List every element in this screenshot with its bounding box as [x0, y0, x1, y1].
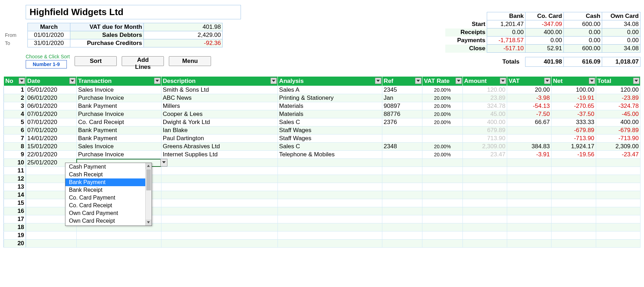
dropdown-option[interactable]: Cash Payment	[65, 163, 152, 171]
col-no[interactable]: No	[4, 77, 26, 86]
filter-dropdown-icon[interactable]	[415, 78, 421, 84]
cell-net[interactable]	[551, 167, 596, 175]
cell-tot[interactable]	[596, 215, 640, 223]
filter-dropdown-icon[interactable]	[500, 78, 506, 84]
cell-net[interactable]	[551, 207, 596, 215]
cell-amt[interactable]: 400.00	[463, 118, 507, 126]
cell-desc[interactable]	[161, 223, 278, 231]
scroll-thumb[interactable]	[146, 169, 151, 190]
filter-dropdown-icon[interactable]	[19, 78, 25, 84]
cell-vr[interactable]	[422, 167, 463, 175]
cell-trn[interactable]: Bank Payment	[76, 126, 161, 135]
cell-date[interactable]: 14/01/2020	[26, 135, 76, 143]
sort-select[interactable]: Number 1-9	[26, 60, 67, 69]
cell-vat[interactable]: -3.91	[507, 151, 551, 159]
cell-ref[interactable]	[382, 199, 422, 207]
cell-ana[interactable]	[278, 207, 382, 215]
cell-ana[interactable]	[278, 223, 382, 231]
cell-net[interactable]	[551, 215, 596, 223]
cell-vat[interactable]	[507, 135, 551, 143]
cell-amt[interactable]: 324.78	[463, 102, 507, 110]
dropdown-option[interactable]: Co. Card Receipt	[65, 202, 152, 209]
cell-amt[interactable]	[463, 183, 507, 191]
cell-trn[interactable]: Co. Card Receipt	[76, 118, 161, 126]
cell-ref[interactable]: 2345	[382, 86, 422, 94]
cell-vr[interactable]	[422, 231, 463, 240]
cell-net[interactable]	[551, 191, 596, 199]
cell-ana[interactable]	[278, 167, 382, 175]
cell-date[interactable]: 07/01/2020	[26, 110, 76, 118]
cell-desc[interactable]	[161, 199, 278, 207]
cell-vr[interactable]: 20.00%	[422, 94, 463, 102]
cell-desc[interactable]	[161, 240, 278, 248]
cell-vr[interactable]	[422, 240, 463, 248]
cell-ref[interactable]	[382, 215, 422, 223]
cell-net[interactable]	[551, 199, 596, 207]
dropdown-option[interactable]: Co. Card Payment	[65, 194, 152, 202]
cell-ref[interactable]	[382, 126, 422, 135]
cell-desc[interactable]: Cooper & Lees	[161, 110, 278, 118]
col-date[interactable]: Date	[26, 77, 76, 86]
cell-vat[interactable]: 384.83	[507, 143, 551, 151]
cell-vr[interactable]	[422, 191, 463, 199]
cell-vat[interactable]: 20.00	[507, 86, 551, 94]
sort-button[interactable]: Sort	[75, 56, 117, 66]
cell-ana[interactable]	[278, 240, 382, 248]
cell-amt[interactable]	[463, 240, 507, 248]
cell-vat[interactable]: 66.67	[507, 118, 551, 126]
cell-net[interactable]	[551, 223, 596, 231]
scroll-down-icon[interactable]	[146, 220, 152, 226]
cell-net[interactable]	[551, 183, 596, 191]
cell-tot[interactable]: -23.89	[596, 94, 640, 102]
cell-date[interactable]: 07/01/2020	[26, 118, 76, 126]
cell-amt[interactable]	[463, 199, 507, 207]
cell-trn[interactable]: Purchase Invoice	[76, 151, 161, 159]
cell-net[interactable]: -713.90	[551, 135, 596, 143]
cell-tot[interactable]: -45.00	[596, 110, 640, 118]
cell-ana[interactable]: Sales C	[278, 118, 382, 126]
cell-amt[interactable]: 2,309.00	[463, 143, 507, 151]
cell-ref[interactable]	[382, 151, 422, 159]
cell-trn[interactable]: Sales Invoice	[76, 86, 161, 94]
cell-vat[interactable]	[507, 215, 551, 223]
col-ref[interactable]: Ref	[382, 77, 422, 86]
cell-net[interactable]	[551, 231, 596, 240]
from-date[interactable]: 01/01/2020	[28, 31, 70, 39]
cell-ref[interactable]	[382, 191, 422, 199]
cell-desc[interactable]	[161, 183, 278, 191]
cell-tot[interactable]	[596, 191, 640, 199]
cell-amt[interactable]: 120.00	[463, 86, 507, 94]
cell-date[interactable]: 06/01/2020	[26, 94, 76, 102]
dropdown-option[interactable]: Own Card Receipt	[65, 217, 152, 225]
cell-desc[interactable]: Internet Supplies Ltd	[161, 151, 278, 159]
cell-desc[interactable]	[161, 167, 278, 175]
cell-desc[interactable]	[161, 215, 278, 223]
filter-dropdown-icon[interactable]	[270, 78, 277, 84]
cell-dropdown-icon[interactable]	[160, 159, 167, 167]
cell-vr[interactable]: 20.00%	[422, 102, 463, 110]
cell-ana[interactable]	[278, 175, 382, 183]
cell-vr[interactable]	[422, 175, 463, 183]
cell-trn[interactable]: Sales Invoice	[76, 143, 161, 151]
cell-trn[interactable]	[76, 240, 161, 248]
col-vat-rate[interactable]: VAT Rate	[422, 77, 463, 86]
cell-vr[interactable]	[422, 215, 463, 223]
cell-ana[interactable]: Staff Wages	[278, 126, 382, 135]
cell-ref[interactable]	[382, 183, 422, 191]
filter-dropdown-icon[interactable]	[375, 78, 381, 84]
cell-amt[interactable]: 713.90	[463, 135, 507, 143]
cell-date[interactable]: 06/01/2020	[26, 102, 76, 110]
cell-tot[interactable]	[596, 175, 640, 183]
filter-dropdown-icon[interactable]	[154, 78, 160, 84]
cell-trn[interactable]	[76, 231, 161, 240]
cell-desc[interactable]	[161, 175, 278, 183]
cell-vat[interactable]	[507, 240, 551, 248]
cell-tot[interactable]: -324.78	[596, 102, 640, 110]
cell-ana[interactable]: Staff Wages	[278, 135, 382, 143]
cell-date[interactable]: 07/01/2020	[26, 126, 76, 135]
cell-net[interactable]: 333.33	[551, 118, 596, 126]
cell-net[interactable]	[551, 159, 596, 167]
cell-net[interactable]: -679.89	[551, 126, 596, 135]
dropdown-option[interactable]: Cash Receipt	[65, 171, 152, 178]
col-vat[interactable]: VAT	[507, 77, 551, 86]
